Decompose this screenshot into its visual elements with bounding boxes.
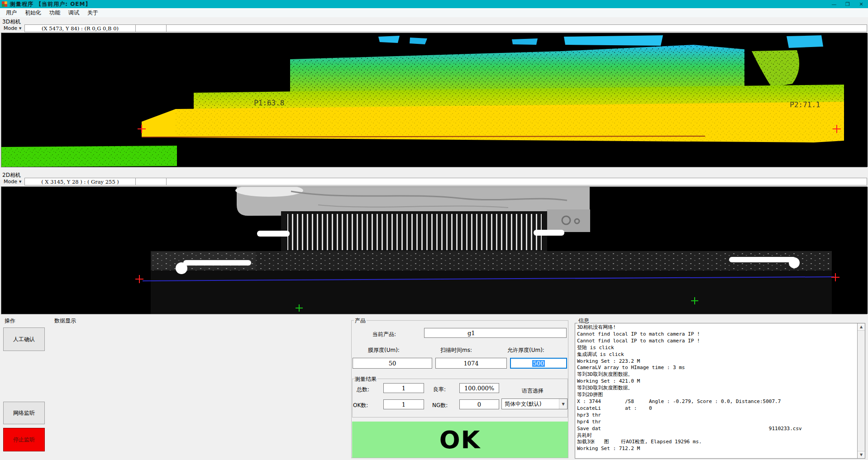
ng-count-label: NG数:: [432, 402, 448, 409]
scroll-down-icon[interactable]: ▼: [858, 451, 865, 458]
log-line: 共耗时: [577, 432, 856, 439]
window-title: 测量程序 【当前用户: OEM】: [10, 0, 91, 8]
current-product-label: 当前产品:: [372, 331, 396, 338]
selected-text: 500: [532, 360, 545, 367]
p2-annotation: P2:71.1: [790, 100, 820, 109]
log-lines: 3D相机没有网络!Cannot find local IP to match c…: [577, 324, 856, 457]
log-line: 等到2D拼图: [577, 392, 856, 398]
log-line: Working Set : 223.2 M: [577, 358, 856, 365]
scan-time-label: 扫描时间ms:: [440, 346, 472, 354]
mode-label: Mode: [4, 179, 17, 185]
log-line: LocateLi at : 0: [577, 405, 856, 412]
log-line: Cannot find local IP to match camera IP …: [577, 331, 856, 338]
data-display-title: 数据显示: [53, 317, 77, 325]
menu-item-4[interactable]: 关于: [83, 8, 102, 18]
grayscale-2d-image: [1, 187, 868, 314]
info-log[interactable]: 3D相机没有网络!Cannot find local IP to match c…: [575, 323, 865, 459]
log-line: Cannot find local IP to match camera IP …: [577, 338, 856, 345]
camera2d-pixel-status: ( X 3145, Y 28 ) : ( Gray 255 ): [25, 178, 136, 185]
log-line: hpr3 thr: [577, 412, 856, 419]
ok-count-input[interactable]: 1: [383, 399, 424, 409]
log-line: Save dat 9110233.csv: [577, 426, 856, 432]
app-icon: [2, 1, 7, 7]
log-line: 集成调试 is click: [577, 351, 856, 358]
film-thickness-label: 膜厚度(Um):: [368, 346, 400, 354]
menu-item-1[interactable]: 初始化: [21, 8, 45, 18]
chevron-down-icon: ▼: [559, 399, 567, 409]
log-line: Working Set : 421.0 M: [577, 378, 856, 385]
chevron-down-icon: ▼: [19, 27, 21, 30]
minimize-button[interactable]: —: [827, 0, 841, 8]
camera2d-status-strip: ( X 3145, Y 28 ) : ( Gray 255 ): [24, 178, 867, 185]
bottom-panel: 操作 人工确认 网络监听 停止监听 数据显示 ItemPos1Pos2 Delt…: [0, 314, 868, 460]
camera2d-view[interactable]: [1, 186, 867, 314]
language-select[interactable]: 简体中文(默认) ▼: [501, 398, 568, 409]
yield-input[interactable]: 100.000%: [459, 383, 499, 393]
result-status-text: OK: [439, 426, 481, 454]
yield-label: 良率:: [433, 386, 446, 394]
camera3d-mode-dropdown[interactable]: Mode ▼: [1, 24, 24, 32]
menu-item-2[interactable]: 功能: [45, 8, 64, 18]
manual-confirm-button[interactable]: 人工确认: [3, 327, 45, 351]
camera2d-status-cell3: [167, 178, 867, 185]
ng-count-input[interactable]: 0: [459, 399, 499, 409]
film-thickness-input[interactable]: 50: [353, 358, 432, 369]
language-label: 语言选择: [522, 387, 544, 395]
camera3d-view[interactable]: P1:63.8 P2:71.1: [1, 33, 867, 167]
network-listen-button[interactable]: 网络监听: [3, 402, 45, 424]
mode-label: Mode: [4, 25, 17, 31]
log-line: CameraLV array to HImage time : 3 ms: [577, 365, 856, 371]
chevron-down-icon: ▼: [19, 180, 21, 184]
stop-listen-button[interactable]: 停止监听: [3, 428, 45, 451]
total-input[interactable]: 1: [383, 383, 424, 393]
camera2d-mode-bar: Mode ▼ ( X 3145, Y 28 ) : ( Gray 255 ): [1, 178, 867, 185]
camera2d-mode-dropdown[interactable]: Mode ▼: [1, 178, 24, 185]
p1-annotation: P1:63.8: [254, 99, 284, 107]
camera2d-status-cell2: [136, 178, 167, 185]
allowed-thickness-input[interactable]: 500: [510, 358, 567, 369]
menu-item-0[interactable]: 用户: [2, 8, 21, 18]
log-line: 等到3D取到灰度图数据。: [577, 371, 856, 378]
log-line: hpr4 thr: [577, 419, 856, 426]
allowed-thickness-label: 允许厚度(Um):: [507, 346, 544, 354]
current-product-input[interactable]: g1: [424, 328, 567, 338]
restore-button[interactable]: ❐: [841, 0, 854, 8]
total-label: 总数:: [357, 386, 369, 394]
menu-bar: 用户初始化功能调试关于: [0, 8, 868, 17]
info-title: 信息: [577, 317, 590, 325]
scan-time-input[interactable]: 1074: [435, 358, 507, 369]
log-line: Working Set : 712.2 M: [577, 446, 856, 452]
close-button[interactable]: ✕: [854, 0, 868, 8]
log-line: X : 3744 /58 Angle : -0.279, Score : 0.0…: [577, 398, 856, 405]
log-line: 登陆 is click: [577, 345, 856, 351]
camera3d-status-cell3: [167, 25, 867, 32]
camera3d-mode-bar: Mode ▼ (X 5473, Y 84) : (R 0,G 0,B 0): [1, 24, 867, 32]
operations-title: 操作: [4, 317, 16, 325]
info-log-scrollbar[interactable]: ▲ ▼: [857, 323, 865, 458]
product-title: 产品: [354, 317, 367, 325]
camera3d-status-strip: (X 5473, Y 84) : (R 0,G 0,B 0): [24, 24, 867, 32]
log-line: 等到3D取到灰度图数据。: [577, 385, 856, 392]
camera3d-pixel-status: (X 5473, Y 84) : (R 0,G 0,B 0): [25, 25, 136, 32]
ok-count-label: OK数:: [353, 402, 368, 409]
menu-item-3[interactable]: 调试: [64, 8, 83, 18]
heightmap-3d-image: P1:63.8 P2:71.1: [1, 33, 868, 167]
log-line: 加载3张 图 行AOI检查, Elapsed 19296 ms.: [577, 439, 856, 446]
title-bar: 测量程序 【当前用户: OEM】 — ❐ ✕: [0, 0, 868, 8]
result-status-banner: OK: [352, 422, 568, 458]
camera3d-status-cell2: [136, 25, 167, 32]
results-title: 测量结果: [354, 375, 377, 383]
language-selected-value: 简体中文(默认): [502, 400, 559, 408]
log-line: 3D相机没有网络!: [577, 324, 856, 331]
scroll-up-icon[interactable]: ▲: [858, 323, 865, 331]
